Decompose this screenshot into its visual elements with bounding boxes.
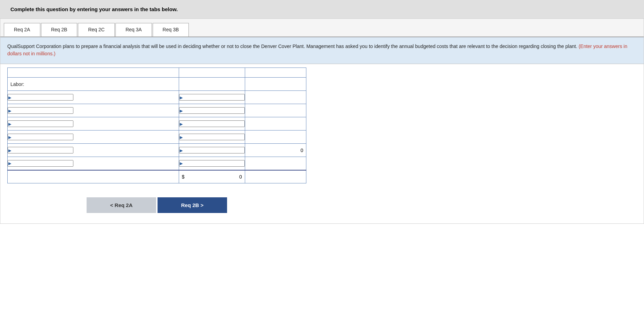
table-row: ▶ ▶ <box>8 157 306 170</box>
table-row: ▶ ▶ <box>8 117 306 131</box>
table-row: ▶ ▶ <box>8 131 306 144</box>
page-wrapper: Complete this question by entering your … <box>0 0 644 332</box>
table-row: ▶ ▶ <box>8 91 306 104</box>
tab-req2a[interactable]: Req 2A <box>4 23 40 37</box>
table-row <box>8 68 306 78</box>
row6-amount-input[interactable] <box>179 134 245 140</box>
row5-description-input[interactable] <box>8 120 73 127</box>
total-row: $ 0 <box>8 170 306 183</box>
instruction-bar: Complete this question by entering your … <box>0 0 644 18</box>
row8-description-input[interactable] <box>8 160 73 167</box>
tab-req3b[interactable]: Req 3B <box>153 23 189 37</box>
table-row: ▶ ▶ <box>8 104 306 117</box>
row3-description-input[interactable] <box>8 94 73 101</box>
row6-description-input[interactable] <box>8 134 73 140</box>
tab-req3a[interactable]: Req 3A <box>115 23 152 37</box>
row4-amount-input[interactable] <box>179 107 245 114</box>
row8-amount-input[interactable] <box>179 160 245 167</box>
tabs-row: Req 2A Req 2B Req 2C Req 3A Req 3B <box>0 19 644 37</box>
row7-result: 0 <box>245 144 306 157</box>
dollar-sign: $ <box>179 174 185 180</box>
tab-req2b[interactable]: Req 2B <box>41 23 78 37</box>
main-instruction-text: QualSupport Corporation plans to prepare… <box>7 44 577 49</box>
tabs-section: Req 2A Req 2B Req 2C Req 3A Req 3B QualS… <box>0 18 644 224</box>
instruction-text: Complete this question by entering your … <box>10 6 178 12</box>
data-table: Labor: ▶ ▶ ▶ <box>7 68 306 183</box>
next-button[interactable]: Req 2B > <box>158 197 227 213</box>
content-area: QualSupport Corporation plans to prepare… <box>0 37 644 64</box>
row5-amount-input[interactable] <box>179 120 245 127</box>
table-row: Labor: <box>8 78 306 91</box>
bottom-nav: < Req 2A Req 2B > <box>7 190 306 223</box>
labor-label: Labor: <box>8 78 179 91</box>
total-value: 0 <box>185 174 245 180</box>
row4-description-input[interactable] <box>8 107 73 114</box>
row7-amount-input[interactable] <box>179 147 245 153</box>
row3-amount-input[interactable] <box>179 94 245 101</box>
tab-req2c[interactable]: Req 2C <box>78 23 114 37</box>
prev-button[interactable]: < Req 2A <box>87 197 156 213</box>
table-row: ▶ ▶ 0 <box>8 144 306 157</box>
row7-description-input[interactable] <box>8 147 73 153</box>
table-section: Labor: ▶ ▶ ▶ <box>0 64 644 190</box>
